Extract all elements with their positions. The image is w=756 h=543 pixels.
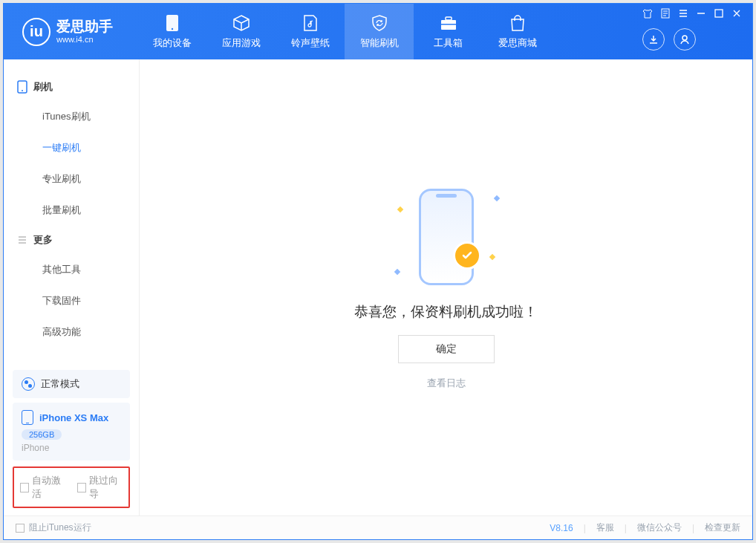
check-badge-icon bbox=[453, 241, 481, 270]
sidebar-bottom: 正常模式 iPhone XS Max 256GB iPhone 自动激活 bbox=[4, 370, 139, 516]
maximize-button[interactable] bbox=[714, 8, 724, 19]
body: 刷机 iTunes刷机 一键刷机 专业刷机 批量刷机 更多 其他工具 下载固件 … bbox=[4, 59, 752, 516]
content: 恭喜您，保资料刷机成功啦！ 确定 查看日志 bbox=[140, 59, 752, 516]
window-controls bbox=[642, 8, 745, 19]
support-link[interactable]: 客服 bbox=[596, 521, 614, 534]
sidebar-item-oneclick-flash[interactable]: 一键刷机 bbox=[4, 132, 139, 163]
sidebar-item-other-tools[interactable]: 其他工具 bbox=[4, 254, 139, 285]
nav-tabs: 我的设备 应用游戏 铃声壁纸 智能刷机 bbox=[137, 4, 552, 59]
flash-options-highlight: 自动激活 跳过向导 bbox=[13, 466, 130, 508]
tab-store[interactable]: 爱思商城 bbox=[483, 4, 552, 59]
skip-guide-checkbox[interactable]: 跳过向导 bbox=[77, 474, 123, 501]
footer: 阻止iTunes运行 V8.16 | 客服 | 微信公众号 | 检查更新 bbox=[4, 516, 752, 539]
header: iu 爱思助手 www.i4.cn 我的设备 应用游戏 bbox=[4, 4, 752, 59]
version-label: V8.16 bbox=[550, 523, 573, 533]
check-update-link[interactable]: 检查更新 bbox=[705, 521, 740, 534]
sidebar-item-itunes-flash[interactable]: iTunes刷机 bbox=[4, 101, 139, 132]
device-icon bbox=[22, 410, 33, 425]
cube-icon bbox=[232, 14, 250, 32]
music-file-icon bbox=[302, 14, 319, 32]
block-itunes-checkbox[interactable]: 阻止iTunes运行 bbox=[16, 521, 91, 534]
bag-icon bbox=[509, 14, 527, 32]
logo-icon: iu bbox=[22, 18, 50, 46]
sparkle-icon bbox=[493, 195, 499, 201]
tab-smart-flash[interactable]: 智能刷机 bbox=[345, 4, 414, 59]
success-message: 恭喜您，保资料刷机成功啦！ bbox=[354, 302, 538, 322]
checkbox-icon bbox=[16, 524, 25, 533]
mode-label: 正常模式 bbox=[41, 377, 79, 391]
logo: iu 爱思助手 www.i4.cn bbox=[4, 18, 137, 46]
note-icon[interactable] bbox=[660, 8, 671, 19]
sidebar-group-more: 更多 bbox=[4, 226, 139, 254]
close-button[interactable] bbox=[731, 8, 742, 19]
auto-activate-checkbox[interactable]: 自动激活 bbox=[20, 474, 65, 501]
app-window: iu 爱思助手 www.i4.cn 我的设备 应用游戏 bbox=[3, 3, 753, 540]
device-icon bbox=[17, 80, 27, 94]
minimize-button[interactable] bbox=[696, 8, 706, 19]
svg-point-9 bbox=[22, 90, 23, 91]
sidebar-group-flash: 刷机 bbox=[4, 73, 139, 101]
svg-rect-6 bbox=[715, 10, 723, 17]
download-button[interactable] bbox=[642, 28, 665, 51]
app-url: www.i4.cn bbox=[56, 35, 113, 44]
sidebar-item-advanced[interactable]: 高级功能 bbox=[4, 316, 139, 348]
checkbox-icon bbox=[20, 483, 29, 492]
phone-icon bbox=[163, 14, 181, 32]
device-capacity: 256GB bbox=[22, 429, 62, 440]
sparkle-icon bbox=[394, 269, 400, 275]
sidebar-item-batch-flash[interactable]: 批量刷机 bbox=[4, 195, 139, 226]
header-right bbox=[642, 4, 745, 59]
tab-toolbox[interactable]: 工具箱 bbox=[414, 4, 483, 59]
list-icon bbox=[17, 235, 27, 245]
tab-ring-wallpaper[interactable]: 铃声壁纸 bbox=[276, 4, 345, 59]
app-name: 爱思助手 bbox=[56, 19, 113, 35]
sparkle-icon bbox=[489, 254, 495, 260]
toolbox-icon bbox=[440, 14, 457, 32]
svg-point-7 bbox=[682, 36, 687, 40]
phone-illustration bbox=[419, 189, 474, 285]
shirt-icon[interactable] bbox=[642, 8, 653, 19]
device-strip[interactable]: iPhone XS Max 256GB iPhone bbox=[13, 403, 130, 461]
sidebar: 刷机 iTunes刷机 一键刷机 专业刷机 批量刷机 更多 其他工具 下载固件 … bbox=[4, 59, 140, 516]
sparkle-icon bbox=[397, 207, 403, 212]
svg-rect-4 bbox=[441, 24, 456, 25]
checkbox-icon bbox=[77, 483, 86, 492]
mode-strip[interactable]: 正常模式 bbox=[13, 370, 130, 398]
sidebar-item-download-firmware[interactable]: 下载固件 bbox=[4, 285, 139, 316]
device-name: iPhone XS Max bbox=[39, 412, 108, 423]
svg-rect-3 bbox=[446, 17, 452, 20]
view-log-link[interactable]: 查看日志 bbox=[427, 377, 466, 390]
svg-point-1 bbox=[171, 27, 172, 29]
success-illustration bbox=[376, 185, 517, 289]
wechat-link[interactable]: 微信公众号 bbox=[637, 521, 682, 534]
mode-icon bbox=[22, 377, 35, 391]
tab-apps-games[interactable]: 应用游戏 bbox=[206, 4, 276, 59]
profile-button[interactable] bbox=[674, 28, 696, 51]
menu-icon[interactable] bbox=[678, 8, 688, 19]
device-type: iPhone bbox=[22, 443, 121, 453]
shield-sync-icon bbox=[371, 14, 388, 32]
sidebar-item-pro-flash[interactable]: 专业刷机 bbox=[4, 163, 139, 195]
tab-my-device[interactable]: 我的设备 bbox=[137, 4, 206, 59]
ok-button[interactable]: 确定 bbox=[398, 335, 495, 363]
